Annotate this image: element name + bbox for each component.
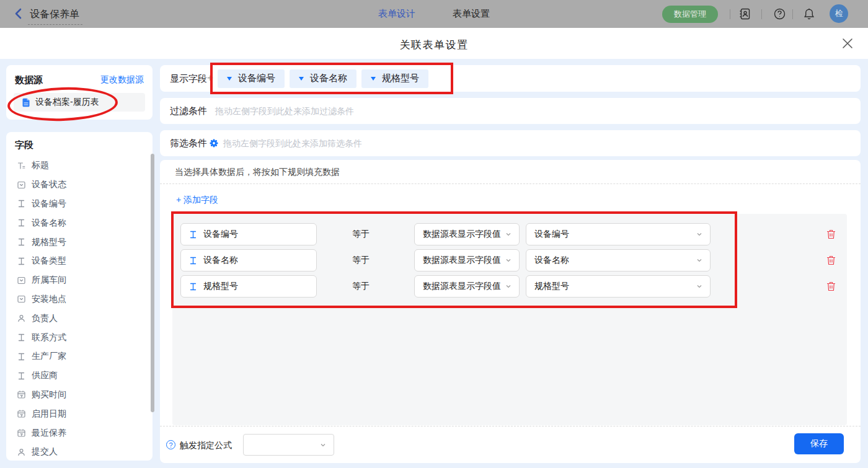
add-field-link[interactable]: + 添加字段 bbox=[176, 195, 218, 206]
select-field-icon bbox=[17, 295, 25, 303]
top-navbar: 设备保养单 表单设计 表单设置 数据管理 检 bbox=[0, 0, 868, 28]
field-item[interactable]: 最近保养 bbox=[6, 423, 153, 443]
field-item[interactable]: 所属车间 bbox=[6, 271, 153, 290]
modal-title: 关联表单设置 bbox=[0, 38, 868, 52]
change-datasource-link[interactable]: 更改数据源 bbox=[100, 74, 144, 86]
person-icon bbox=[17, 448, 25, 456]
field-item[interactable]: 设备类型 bbox=[6, 252, 153, 271]
date-icon bbox=[17, 429, 25, 437]
filter-label: 过滤条件 bbox=[170, 105, 207, 117]
field-item[interactable]: 设备名称 bbox=[6, 213, 153, 232]
delete-icon[interactable] bbox=[826, 255, 836, 265]
fields-card: 字段 标题 设备状态 设备编号 设备名称 规格型号 设备类型 所属车间 安装地点… bbox=[6, 132, 153, 461]
field-item[interactable]: 设备状态 bbox=[6, 175, 153, 195]
field-item[interactable]: 提交人 bbox=[6, 443, 153, 461]
fields-scrollbar[interactable] bbox=[151, 154, 154, 412]
date-icon bbox=[17, 410, 25, 418]
select-field-icon bbox=[17, 276, 25, 285]
help-icon[interactable] bbox=[774, 8, 786, 22]
text-field-icon bbox=[17, 353, 25, 361]
nav-tabs: 表单设计 表单设置 bbox=[0, 0, 868, 28]
display-fields-label: 显示字段 bbox=[170, 73, 207, 85]
filter-placeholder[interactable]: 拖动左侧字段到此处来添加过滤条件 bbox=[215, 106, 354, 117]
field-item[interactable]: 生产厂家 bbox=[6, 347, 153, 366]
avatar[interactable]: 检 bbox=[830, 4, 848, 23]
notification-bell-icon[interactable] bbox=[804, 8, 815, 22]
annotation-rect-display-fields bbox=[210, 63, 453, 94]
datasource-title: 数据源 bbox=[15, 74, 43, 86]
text-field-icon bbox=[17, 257, 25, 265]
field-item[interactable]: 设备编号 bbox=[6, 195, 153, 214]
rules-card: 当选择具体数据后，将按如下规则填充数据 + 添加字段 设备编号 等于 数据源表显… bbox=[160, 160, 861, 463]
field-item[interactable]: 启用日期 bbox=[6, 404, 153, 423]
person-icon bbox=[17, 314, 25, 322]
text-field-icon bbox=[17, 238, 25, 246]
filter-row: 过滤条件 拖动左侧字段到此处来添加过滤条件 bbox=[160, 98, 861, 124]
annotation-rect-rules bbox=[171, 211, 737, 308]
field-item[interactable]: 规格型号 bbox=[6, 232, 153, 252]
question-circle-icon[interactable]: ? bbox=[166, 440, 175, 449]
formula-label: 触发指定公式 bbox=[180, 440, 232, 451]
field-item[interactable]: 供应商 bbox=[6, 366, 153, 386]
date-icon bbox=[17, 391, 25, 399]
screen-placeholder[interactable]: 拖动左侧字段到此处来添加筛选条件 bbox=[223, 138, 362, 149]
formula-select[interactable] bbox=[243, 434, 334, 456]
data-manage-button[interactable]: 数据管理 bbox=[662, 6, 718, 23]
field-item[interactable]: 购买时间 bbox=[6, 386, 153, 405]
contacts-icon[interactable] bbox=[739, 8, 751, 22]
save-button[interactable]: 保存 bbox=[794, 433, 844, 454]
text-field-icon bbox=[17, 200, 25, 208]
fields-title: 字段 bbox=[15, 139, 33, 150]
select-field-icon bbox=[17, 181, 25, 189]
tab-form-settings[interactable]: 表单设置 bbox=[453, 8, 490, 20]
title-field-icon bbox=[17, 162, 25, 170]
close-icon[interactable] bbox=[842, 38, 853, 49]
field-item[interactable]: 负责人 bbox=[6, 309, 153, 328]
text-field-icon bbox=[17, 333, 25, 342]
field-item[interactable]: 安装地点 bbox=[6, 290, 153, 309]
gear-icon[interactable] bbox=[210, 139, 218, 148]
rules-hint: 当选择具体数据后，将按如下规则填充数据 bbox=[175, 167, 340, 178]
delete-icon[interactable] bbox=[826, 281, 836, 291]
tab-form-design[interactable]: 表单设计 bbox=[378, 8, 415, 20]
delete-icon[interactable] bbox=[826, 229, 836, 239]
text-field-icon bbox=[17, 372, 25, 380]
screen-row: 筛选条件 拖动左侧字段到此处来添加筛选条件 bbox=[160, 130, 861, 156]
screen-label: 筛选条件 bbox=[170, 138, 207, 149]
field-item[interactable]: 联系方式 bbox=[6, 328, 153, 347]
field-item[interactable]: 标题 bbox=[6, 156, 153, 175]
text-field-icon bbox=[17, 219, 25, 227]
